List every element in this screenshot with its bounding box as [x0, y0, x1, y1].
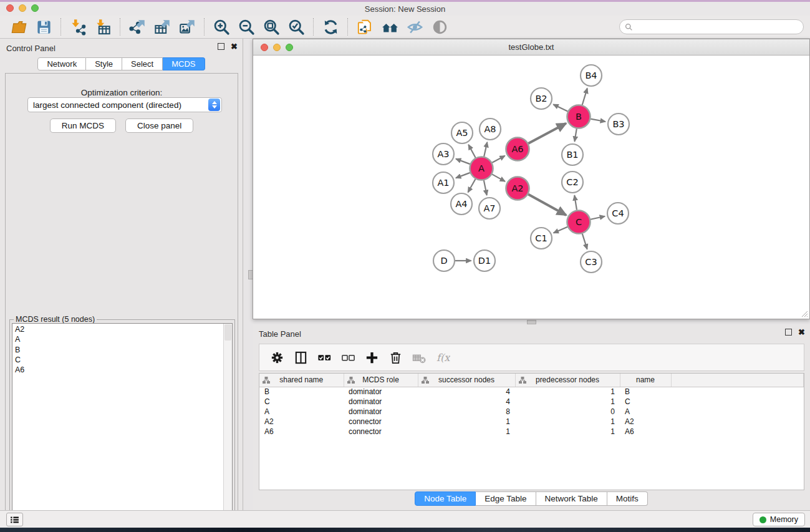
graph-node-A8[interactable]: A8 [480, 118, 501, 140]
edge-C-C3[interactable] [582, 234, 587, 249]
minimize-window-button[interactable] [19, 4, 26, 12]
export-image-button[interactable] [175, 17, 200, 37]
float-table-panel-icon[interactable] [785, 329, 792, 336]
optimization-criterion-dropdown[interactable]: largest connected component (directed) [27, 97, 222, 112]
graph-node-D[interactable]: D [433, 250, 455, 271]
graph-node-A5[interactable]: A5 [451, 122, 473, 143]
export-table-button[interactable] [150, 17, 175, 37]
save-session-button[interactable] [31, 17, 56, 37]
import-network-button[interactable] [65, 17, 90, 37]
edge-B-B2[interactable] [553, 104, 567, 111]
graph-node-A1[interactable]: A1 [433, 172, 454, 193]
graph-node-B1[interactable]: B1 [562, 144, 583, 165]
edge-A-A2[interactable] [492, 174, 505, 181]
tab-select[interactable]: Select [122, 57, 163, 70]
network-canvas[interactable]: AA1A2A3A4A5A6A7A8BB1B2B3B4CC1C2C3C4DD1 [254, 56, 809, 319]
edge-A-A1[interactable] [456, 173, 470, 178]
task-history-button[interactable] [6, 513, 23, 526]
graph-node-C2[interactable]: C2 [562, 172, 583, 193]
table-row[interactable]: Adominator80A [259, 407, 804, 417]
column-header-predecessor-nodes[interactable]: predecessor nodes [515, 374, 620, 387]
run-mcds-button[interactable]: Run MCDS [50, 118, 116, 133]
tab-edge-table[interactable]: Edge Table [476, 491, 536, 506]
tab-style[interactable]: Style [86, 57, 122, 70]
mcds-result-list[interactable]: A2ABCA6 [12, 323, 233, 530]
zoom-window-button[interactable] [31, 4, 39, 12]
memory-button[interactable]: Memory [753, 513, 805, 526]
graph-node-A6[interactable]: A6 [506, 138, 529, 161]
graph-node-C1[interactable]: C1 [531, 228, 552, 249]
close-panel-button[interactable]: Close panel [125, 118, 193, 133]
window-resize-grip[interactable] [799, 309, 808, 317]
select-all-button[interactable] [314, 347, 335, 368]
tab-network-table[interactable]: Network Table [536, 491, 607, 506]
edge-B-B1[interactable] [575, 128, 577, 142]
zoom-selected-button[interactable] [284, 17, 309, 37]
result-node-item[interactable]: C [15, 355, 223, 365]
close-window-button[interactable] [6, 4, 14, 12]
import-table-button[interactable] [90, 17, 115, 37]
edge-C-C4[interactable] [591, 216, 605, 220]
houses-button[interactable] [377, 17, 402, 37]
copy-network-button[interactable] [352, 17, 377, 37]
graph-node-C4[interactable]: C4 [607, 203, 629, 224]
open-file-button[interactable] [6, 17, 31, 37]
result-node-item[interactable]: B [15, 345, 223, 355]
graph-node-A4[interactable]: A4 [451, 193, 472, 215]
edge-A-A3[interactable] [456, 159, 470, 165]
export-network-button[interactable] [125, 17, 150, 37]
graph-node-B3[interactable]: B3 [608, 114, 629, 135]
horizontal-splitter-handle[interactable] [527, 320, 536, 324]
table-row[interactable]: Cdominator41C [259, 397, 804, 407]
result-node-item[interactable]: A2 [15, 324, 223, 334]
edge-A-A7[interactable] [484, 180, 487, 195]
graph-node-A[interactable]: A [470, 157, 493, 180]
result-scrollbar[interactable] [223, 324, 232, 529]
edge-C-C2[interactable] [574, 195, 577, 210]
edge-B-B3[interactable] [591, 119, 605, 122]
result-node-item[interactable]: A [15, 334, 223, 344]
close-network-window-button[interactable] [261, 44, 268, 51]
table-row[interactable]: A6connector11A6 [259, 427, 804, 437]
graph-node-B4[interactable]: B4 [581, 65, 602, 86]
edge-B-B4[interactable] [582, 89, 587, 105]
graph-node-A7[interactable]: A7 [479, 198, 500, 219]
deselect-all-button[interactable] [338, 347, 359, 368]
edge-A2-C[interactable] [528, 194, 566, 215]
zoom-out-button[interactable] [234, 17, 259, 37]
eye-button[interactable] [427, 17, 452, 37]
gear-button[interactable] [267, 347, 287, 368]
graph-node-A3[interactable]: A3 [433, 143, 454, 165]
graph-node-D1[interactable]: D1 [474, 250, 495, 271]
tab-mcds[interactable]: MCDS [163, 57, 205, 70]
result-node-item[interactable]: A6 [15, 365, 223, 375]
edge-A-A5[interactable] [468, 145, 475, 158]
minimize-network-window-button[interactable] [273, 44, 281, 51]
search-box[interactable] [619, 19, 804, 34]
column-header-MCDS-role[interactable]: MCDS role [344, 374, 418, 387]
edge-A-A8[interactable] [484, 142, 487, 157]
close-table-panel-icon[interactable]: ✖ [798, 329, 805, 336]
column-header-shared-name[interactable]: shared name [259, 374, 344, 387]
tab-network[interactable]: Network [37, 57, 86, 70]
graph-node-C3[interactable]: C3 [581, 251, 602, 273]
float-panel-icon[interactable] [218, 43, 224, 50]
refresh-button[interactable] [318, 17, 343, 37]
edge-C-C1[interactable] [554, 227, 567, 233]
network-window-titlebar[interactable]: testGlobe.txt [253, 39, 809, 56]
table-row[interactable]: Bdominator41B [259, 387, 804, 397]
eye-slash-button[interactable] [402, 17, 427, 37]
add-button[interactable] [362, 347, 382, 368]
trash-button[interactable] [385, 347, 406, 368]
graph-node-B2[interactable]: B2 [531, 88, 552, 109]
graph-node-A2[interactable]: A2 [506, 177, 529, 200]
graph-node-B[interactable]: B [567, 105, 591, 128]
zoom-in-button[interactable] [209, 17, 234, 37]
column-header-name[interactable]: name [620, 374, 671, 387]
zoom-network-window-button[interactable] [286, 44, 293, 51]
graph-node-C[interactable]: C [567, 211, 591, 234]
columns-button[interactable] [291, 347, 311, 368]
close-panel-icon[interactable]: ✖ [231, 43, 238, 50]
search-input[interactable] [633, 21, 803, 33]
tab-motifs[interactable]: Motifs [607, 491, 648, 506]
